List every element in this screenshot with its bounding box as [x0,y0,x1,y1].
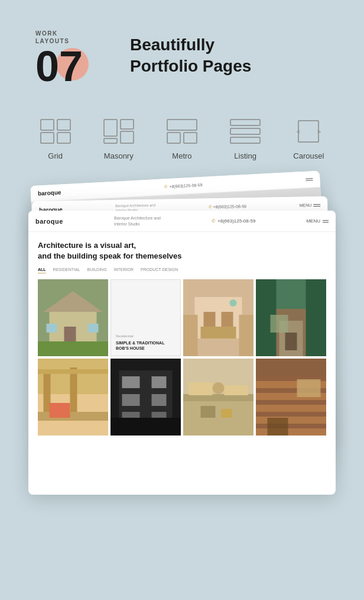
photo-kitchen [183,279,254,356]
svg-rect-3 [57,133,70,143]
svg-rect-67 [256,400,326,405]
carousel-icon: < > [291,117,326,146]
photo-forest-house [256,279,326,356]
grid-cell-4 [256,279,326,356]
layout-option-grid[interactable]: Grid [38,117,73,160]
grid-cell-1 [38,279,108,356]
photo-dark-building [110,359,181,436]
svg-rect-70 [268,418,288,436]
svg-rect-51 [152,394,167,406]
svg-rect-57 [201,406,216,418]
filter-product[interactable]: PRODUCT DESIGN [141,267,178,273]
svg-rect-14 [298,121,318,142]
back-phone-1: ✆ +8(663)125-08-59 [209,204,246,209]
svg-rect-6 [104,138,117,143]
browser-tagline: Baroque Architecture and Interior Studio [114,215,161,226]
filter-bar[interactable]: ALL RESIDENTIAL BUILDING INTERIOR PRODUC… [38,267,326,273]
white-project-card: Residential SIMPLE & TRADITIONAL BOB'S H… [110,279,181,356]
svg-rect-48 [122,376,140,388]
svg-rect-0 [41,120,54,130]
icons-section: Grid Masonry Metro [0,105,364,178]
grid-label: Grid [48,151,63,160]
carousel-label: Carousel [293,151,324,160]
photo-wood-building [256,359,326,436]
hero-text: Architecture is a visual art, and the bu… [38,240,326,262]
svg-rect-61 [225,385,248,395]
svg-rect-30 [222,312,233,327]
svg-rect-26 [201,327,236,338]
svg-rect-23 [88,324,99,333]
svg-rect-11 [230,120,260,125]
filter-all[interactable]: ALL [38,267,46,273]
grid-cell-8 [256,359,326,436]
grid-cell-2: Residential SIMPLE & TRADITIONAL BOB'S H… [110,279,181,356]
number-container: 07 [35,45,83,88]
svg-rect-38 [271,315,288,333]
metro-label: Metro [172,151,191,160]
grid-cell-5 [38,359,108,436]
svg-rect-13 [230,137,260,143]
svg-rect-35 [306,279,327,356]
browser-logo: baroque [35,218,63,225]
svg-rect-2 [41,133,54,143]
svg-rect-60 [189,382,213,395]
svg-rect-10 [184,133,197,143]
svg-rect-22 [47,324,57,333]
portfolio-title: Beautifully Portfolio Pages [130,34,251,78]
svg-rect-43 [38,369,108,374]
photo-modern-house [38,279,108,356]
svg-rect-49 [152,376,167,388]
svg-rect-58 [222,409,232,418]
filter-interior[interactable]: INTERIOR [114,267,134,273]
svg-rect-9 [167,133,180,143]
svg-rect-42 [70,367,77,418]
layout-option-listing[interactable]: Listing [228,117,263,160]
masonry-icon [101,117,136,146]
top-section: WORK LAYOUTS 07 Beautifully Portfolio Pa… [0,0,364,105]
listing-icon [228,117,263,146]
svg-point-62 [213,382,225,394]
svg-rect-50 [122,394,140,406]
back-menu-1: MENU [300,203,321,208]
svg-rect-27 [183,315,198,356]
back-phone-2: ✆ +8(663)125-08-59 [164,182,203,189]
svg-rect-8 [167,120,197,130]
browser-section: baroque ✆ +8(663)125-08-59 baroque Baroq… [0,178,364,492]
browser-top-bar: baroque Baroque Architecture and Interio… [28,211,336,232]
metro-icon [164,117,200,146]
portfolio-grid: Residential SIMPLE & TRADITIONAL BOB'S H… [38,279,326,436]
card-title: SIMPLE & TRADITIONAL BOB'S HOUSE [116,340,176,351]
site-content: Architecture is a visual art, and the bu… [28,232,336,444]
grid-cell-6 [110,359,181,436]
browser-card-front: baroque Baroque Architecture and Interio… [28,211,336,495]
layout-option-metro[interactable]: Metro [164,117,200,160]
browser-menu: MENU [306,218,329,224]
svg-rect-44 [38,412,108,421]
grid-cell-3 [183,279,254,356]
layout-option-carousel[interactable]: < > Carousel [291,117,326,160]
svg-rect-7 [121,131,134,143]
svg-rect-5 [121,120,134,129]
listing-label: Listing [234,151,256,160]
svg-rect-54 [110,418,181,436]
masonry-label: Masonry [104,151,134,160]
filter-building[interactable]: BUILDING [87,267,107,273]
svg-text:>: > [317,128,321,135]
svg-text:<: < [297,128,300,135]
svg-rect-28 [239,315,254,356]
svg-rect-12 [230,128,260,134]
svg-rect-1 [57,120,70,130]
menu-lines-2 [306,178,313,181]
layout-option-masonry[interactable]: Masonry [101,117,136,160]
work-layouts-block: WORK LAYOUTS 07 [35,30,106,88]
svg-rect-68 [256,412,326,417]
svg-rect-29 [204,312,216,327]
filter-residential[interactable]: RESIDENTIAL [53,267,80,273]
photo-interior [183,359,254,436]
back-logo-2: baroque [38,189,61,196]
svg-rect-4 [104,120,117,136]
svg-rect-69 [256,424,326,428]
card-tag: Residential [116,334,176,338]
grid-cell-7 [183,359,254,436]
svg-rect-37 [285,333,297,350]
